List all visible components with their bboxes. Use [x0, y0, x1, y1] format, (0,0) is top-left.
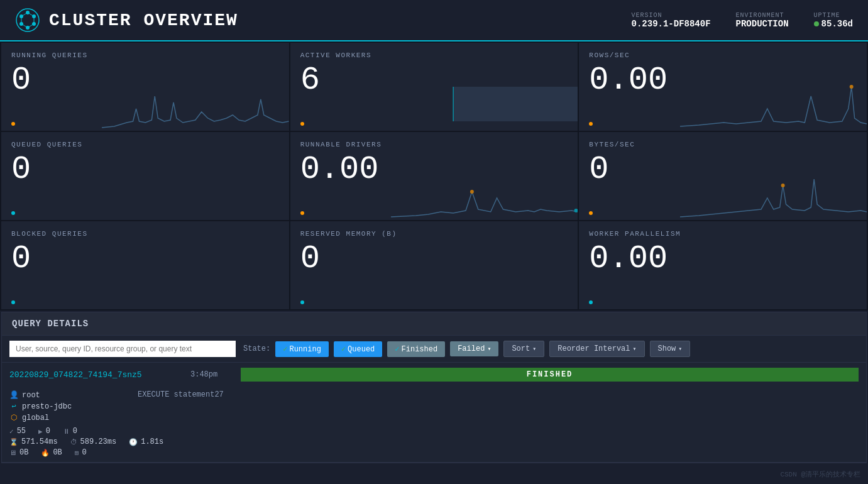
svg-line-7: [28, 13, 34, 16]
query-text: EXECUTE statement27: [138, 390, 859, 399]
reserved-memory-label: RESERVED MEMORY (B): [300, 230, 568, 238]
finished-filter-btn[interactable]: ✓Finished: [387, 341, 445, 357]
pause-icon: ⏸: [63, 427, 70, 436]
worker-parallelism-label: WORKER PARALLELISM: [589, 230, 857, 238]
play-icon: ▶: [38, 427, 43, 436]
active-workers-label: ACTIVE WORKERS: [300, 52, 568, 59]
wall-clock-icon: 🕐: [129, 438, 138, 446]
query-resource-group: ⬡ global: [9, 413, 135, 422]
svg-point-17: [574, 209, 578, 212]
blocked-queries-value: 0: [11, 243, 279, 275]
failed-filter-btn[interactable]: Failed ▾: [450, 341, 498, 356]
query-meta-left: 👤 root ↩ presto-jdbc ⬡ global ✓ 55: [9, 390, 135, 457]
runnable-drivers-label: RUNNABLE DRIVERS: [300, 141, 568, 148]
active-workers-chart: [391, 77, 578, 131]
cpu-time: ⏱ 589.23ms: [70, 437, 117, 446]
group-icon: ⬡: [9, 413, 18, 422]
metric-rows-sec: ROWS/SEC 0.00: [579, 43, 867, 131]
state-label: State:: [243, 344, 270, 353]
query-user-value: root: [22, 391, 40, 400]
svg-rect-13: [453, 87, 578, 121]
hourglass-icon: ⌛: [9, 438, 18, 446]
metrics-grid: RUNNING QUERIES 0 ACTIVE WORKERS 6 ROWS/…: [0, 41, 868, 311]
uptime-meta: UPTIME 85.36d: [814, 12, 853, 29]
running-filter-btn[interactable]: ✓Running: [275, 341, 329, 357]
metric-bytes-sec: BYTES/SEC 0: [579, 132, 867, 220]
metric-queued-queries: QUEUED QUERIES 0: [1, 132, 289, 220]
svg-point-15: [849, 85, 853, 89]
server-icon: 🖥: [9, 449, 16, 457]
query-group-value: global: [22, 414, 49, 422]
splits-running: ▶ 0: [38, 427, 50, 436]
query-source: ↩ presto-jdbc: [9, 402, 135, 411]
tasks: ⊞ 0: [75, 448, 87, 457]
splits-completed-value: 55: [17, 427, 26, 436]
header-meta-group: VERSION 0.239.1-DF8840F ENVIRONMENT PROD…: [632, 12, 853, 29]
query-source-value: presto-jdbc: [22, 402, 72, 411]
worker-parallelism-dot: [589, 300, 593, 304]
active-workers-dot: [300, 122, 304, 126]
check-icon: ✓: [9, 427, 14, 436]
tasks-value: 0: [82, 448, 86, 457]
query-time: 3:48pm: [190, 370, 241, 379]
splits-running-value: 0: [46, 427, 50, 436]
environment-value: PRODUCTION: [736, 19, 789, 29]
svg-line-9: [21, 13, 28, 16]
page-title: CLUSTER OVERVIEW: [49, 11, 238, 30]
uptime-value: 85.36d: [814, 19, 853, 29]
cpu-time-value: 589.23ms: [80, 437, 117, 446]
query-search-input[interactable]: [9, 341, 236, 357]
reserved-memory-value: 0: [300, 243, 568, 275]
running-queries-label: RUNNING QUERIES: [11, 52, 279, 59]
query-details-title: QUERY DETAILS: [2, 312, 866, 336]
input-bytes-value: 0B: [19, 448, 28, 457]
metric-active-workers: ACTIVE WORKERS 6: [290, 43, 578, 131]
uptime-dot: [814, 21, 819, 26]
header-left: CLUSTER OVERVIEW: [15, 8, 238, 33]
query-status-bar: FINISHED: [241, 368, 859, 382]
blocked-queries-label: BLOCKED QUERIES: [11, 230, 279, 238]
worker-parallelism-value: 0.00: [589, 243, 857, 275]
svg-line-12: [28, 24, 34, 28]
fire-icon: 🔥: [41, 449, 50, 457]
query-row: 20220829_074822_74194_7snz5 3:48pm FINIS…: [2, 363, 866, 463]
environment-meta: ENVIRONMENT PRODUCTION: [736, 12, 789, 29]
version-value: 0.239.1-DF8840F: [632, 19, 711, 29]
queued-queries-dot: [11, 211, 15, 215]
header: CLUSTER OVERVIEW VERSION 0.239.1-DF8840F…: [0, 0, 868, 41]
output-bytes: 🔥 0B: [41, 448, 62, 457]
metric-runnable-drivers: RUNNABLE DRIVERS 0.00: [290, 132, 578, 220]
query-user: 👤 root: [9, 390, 135, 400]
queued-queries-value: 0: [11, 153, 279, 186]
bytes-sec-label: BYTES/SEC: [589, 141, 857, 148]
rows-sec-label: ROWS/SEC: [589, 52, 857, 59]
svg-point-16: [470, 190, 474, 194]
runnable-drivers-chart: [391, 167, 578, 220]
sort-btn[interactable]: Sort ▾: [503, 341, 544, 357]
bytes-sec-chart: [680, 167, 867, 220]
environment-label: ENVIRONMENT: [736, 12, 789, 19]
show-btn[interactable]: Show ▾: [650, 341, 691, 357]
rows-sec-chart: [680, 77, 867, 131]
version-label: VERSION: [632, 12, 711, 19]
reserved-memory-dot: [300, 300, 304, 304]
grid-icon: ⊞: [75, 449, 79, 457]
uptime-label: UPTIME: [814, 12, 853, 19]
running-queries-chart: [102, 77, 288, 131]
metric-worker-parallelism: WORKER PARALLELISM 0.00: [579, 221, 867, 309]
query-stats-right: EXECUTE statement27: [138, 390, 859, 457]
rows-sec-dot: [589, 122, 593, 126]
metric-reserved-memory: RESERVED MEMORY (B) 0: [290, 221, 578, 309]
queued-filter-btn[interactable]: ✓Queued: [334, 341, 382, 357]
query-details-section: QUERY DETAILS State: ✓Running ✓Queued ✓F…: [1, 312, 867, 463]
splits-blocked-value: 0: [73, 427, 77, 436]
clock-icon: ⏱: [70, 438, 77, 446]
query-id[interactable]: 20220829_074822_74194_7snz5: [9, 370, 185, 380]
metric-blocked-queries: BLOCKED QUERIES 0: [1, 221, 289, 309]
query-row-header: 20220829_074822_74194_7snz5 3:48pm FINIS…: [2, 363, 866, 387]
runnable-drivers-dot: [300, 211, 304, 215]
bytes-sec-dot: [589, 211, 593, 215]
splits-blocked: ⏸ 0: [63, 427, 77, 436]
reorder-interval-btn[interactable]: Reorder Interval ▾: [549, 341, 644, 357]
metric-running-queries: RUNNING QUERIES 0: [1, 43, 289, 131]
